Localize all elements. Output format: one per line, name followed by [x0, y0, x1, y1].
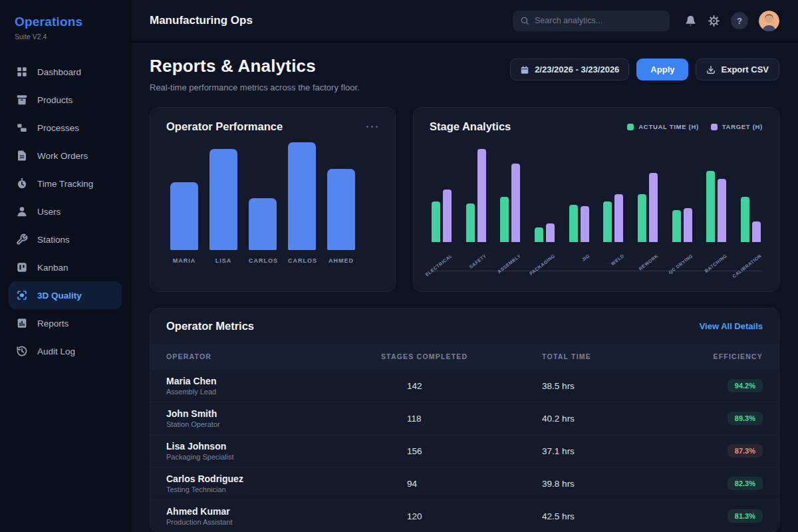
sidebar-item-3d-quality[interactable]: 3D Quality [9, 281, 122, 309]
efficiency-cell: 82.3% [673, 477, 763, 490]
sidebar-item-time-tracking[interactable]: Time Tracking [9, 170, 122, 198]
stage-group [638, 173, 658, 242]
column-header: Operator [166, 352, 381, 360]
sidebar-item-label: Audit Log [37, 346, 75, 356]
operator-name: Lisa Johnson [166, 442, 381, 451]
stage-bar-labels: ELECTRICALSAFETYASSEMBLYPACKAGINGJIGWELD… [430, 242, 763, 271]
operator-cell: Carlos RodriguezTesting Technician [166, 474, 381, 493]
sidebar: Operations Suite V2.4 DashboardProductsP… [0, 0, 131, 532]
stage-label: REWORK [638, 253, 659, 271]
stage-label: JIG [581, 253, 590, 262]
sidebar-item-label: Processes [37, 123, 79, 133]
efficiency-badge: 89.3% [728, 412, 763, 425]
sidebar-item-dashboard[interactable]: Dashboard [9, 58, 122, 86]
stage-label-cell: BATCHING [706, 242, 726, 271]
sidebar-item-users[interactable]: Users [9, 198, 122, 225]
card-menu-button[interactable] [365, 123, 380, 131]
sidebar-item-label: Dashboard [37, 67, 81, 77]
operator-name: Maria Chen [166, 376, 381, 386]
bar-label: MARIA [170, 257, 198, 264]
operator-role: Station Operator [166, 421, 381, 428]
apply-button[interactable]: Apply [636, 59, 688, 80]
document-icon [16, 150, 28, 162]
table-row: Ahmed KumarProduction Assistant12042.5 h… [150, 499, 779, 532]
stage-bar [684, 208, 692, 242]
export-csv-button[interactable]: Export CSV [696, 59, 779, 80]
calendar-icon [520, 65, 529, 74]
sidebar-item-audit-log[interactable]: Audit Log [9, 337, 122, 365]
app-logo: Operations [9, 15, 122, 29]
app-version: Suite V2.4 [9, 33, 122, 41]
stage-bar [741, 197, 749, 242]
download-icon [706, 65, 716, 74]
export-csv-label: Export CSV [721, 65, 769, 74]
app-window: Operations Suite V2.4 DashboardProductsP… [0, 0, 798, 532]
efficiency-cell: 81.3% [673, 509, 763, 523]
box-icon [16, 94, 28, 106]
legend-swatch-icon [711, 124, 718, 130]
table-row: Maria ChenAssembly Lead14238.5 hrs94.2% [150, 369, 779, 402]
stage-label: WELD [610, 253, 624, 266]
wrench-icon [16, 233, 28, 245]
search-icon [520, 16, 529, 25]
sidebar-item-kanban[interactable]: Kanban [9, 253, 122, 281]
stage-bars [430, 141, 763, 242]
sidebar-item-label: Kanban [37, 263, 68, 273]
stage-label-cell: PACKAGING [535, 242, 555, 271]
legend-item: TARGET (H) [711, 123, 763, 130]
stage-label: ASSEMBLY [497, 253, 522, 275]
stage-group [432, 190, 452, 242]
grid-icon [16, 66, 28, 78]
sidebar-item-reports[interactable]: Reports [9, 309, 122, 337]
notifications-bell-icon[interactable] [684, 15, 697, 27]
bar-label: CARLOS [288, 257, 316, 264]
efficiency-cell: 89.3% [673, 412, 763, 425]
table-body: Maria ChenAssembly Lead14238.5 hrs94.2%J… [150, 369, 779, 532]
table-row: Lisa JohnsonPackaging Specialist15637.1 … [150, 434, 779, 467]
total-time-cell: 39.8 hrs [542, 479, 673, 489]
search-box[interactable] [513, 11, 670, 31]
stage-label: SAFETY [468, 253, 487, 269]
stage-label: BATCHING [704, 253, 728, 273]
column-header: Stages Completed [381, 352, 542, 360]
operator-bar-lisa-1 [209, 149, 237, 250]
stage-bar [706, 171, 715, 242]
operator-bar-carlos-3 [288, 142, 316, 250]
operator-cell: Lisa JohnsonPackaging Specialist [166, 442, 381, 461]
sidebar-item-work-orders[interactable]: Work Orders [9, 142, 122, 170]
sidebar-item-stations[interactable]: Stations [9, 225, 122, 253]
view-all-details-link[interactable]: View All Details [700, 321, 763, 331]
date-range-picker[interactable]: 2/23/2026 - 3/23/2026 [510, 59, 629, 80]
stage-label-cell: QC DRYING [672, 242, 692, 271]
stage-label: PACKAGING [529, 253, 556, 276]
search-input[interactable] [535, 16, 662, 25]
stage-group [569, 205, 589, 242]
total-time-cell: 37.1 hrs [542, 446, 673, 456]
stage-bar [432, 201, 440, 242]
header-controls: 2/23/2026 - 3/23/2026 Apply Export CSV [510, 59, 779, 80]
legend-label: ACTUAL TIME (H) [638, 123, 699, 130]
page-subtitle: Real-time performance metrics across the… [150, 82, 360, 92]
user-avatar[interactable] [759, 11, 779, 31]
operator-role: Packaging Specialist [166, 454, 381, 461]
stages-completed-cell: 156 [381, 446, 542, 456]
stage-bar [638, 194, 646, 242]
page-title: Reports & Analytics [150, 56, 360, 76]
sidebar-item-products[interactable]: Products [9, 86, 122, 114]
operator-bar-labels: MARIALISACARLOSCARLOSAHMED [166, 257, 379, 264]
help-icon[interactable]: ? [731, 12, 748, 29]
operator-bar-carlos-2 [249, 198, 277, 250]
stage-bar [546, 223, 555, 242]
stage-label: QC DRYING [668, 253, 694, 275]
sidebar-item-processes[interactable]: Processes [9, 114, 122, 142]
topbar-actions: ? [684, 11, 779, 31]
stage-bar [535, 227, 543, 242]
stage-label-cell: JIG [569, 242, 589, 271]
page-header: Reports & Analytics Real-time performanc… [150, 56, 779, 92]
settings-gear-icon[interactable] [708, 15, 720, 27]
operator-role: Assembly Lead [166, 388, 381, 396]
stage-group [741, 197, 761, 242]
efficiency-cell: 94.2% [673, 379, 763, 392]
charts-row: Operator Performance MARIALISACARLOSCARL… [150, 107, 779, 292]
sidebar-item-label: Users [37, 207, 61, 217]
